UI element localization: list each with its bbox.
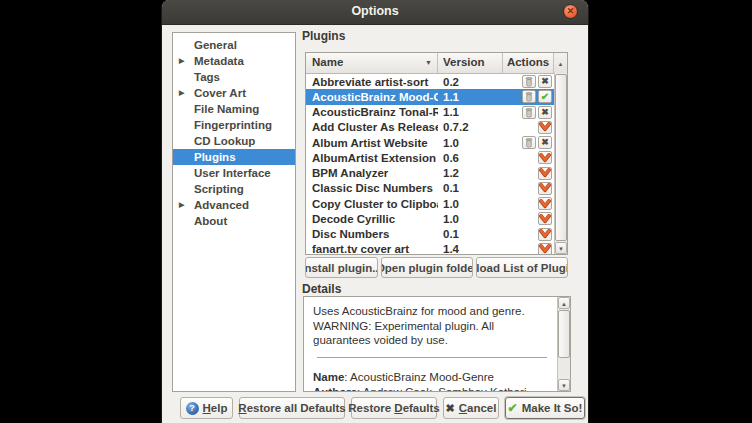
- plugin-actions-cell: [503, 197, 554, 210]
- plugin-row[interactable]: Copy Cluster to Clipboard1.0: [306, 196, 567, 211]
- help-button[interactable]: ? Help: [180, 397, 233, 419]
- titlebar[interactable]: Options ✕: [162, 0, 588, 25]
- plugin-name-cell: AcousticBrainz Tonal-Rhyt...: [306, 106, 438, 118]
- plugin-enabled-button[interactable]: ✔: [538, 90, 552, 103]
- plugin-row[interactable]: AlbumArtist Extension0.6: [306, 150, 567, 165]
- plugin-name-cell: fanart.tv cover art: [306, 243, 438, 255]
- sidebar-item-label: Plugins: [194, 151, 236, 163]
- sidebar-item-scripting[interactable]: Scripting: [173, 181, 295, 197]
- column-header-actions[interactable]: Actions: [503, 53, 554, 73]
- plugin-row[interactable]: BPM Analyzer1.2: [306, 166, 567, 181]
- uninstall-plugin-button[interactable]: [522, 106, 536, 119]
- close-button[interactable]: ✕: [563, 4, 578, 19]
- expander-icon[interactable]: ▶: [179, 197, 184, 213]
- table-scrollbar[interactable]: ▼: [554, 73, 567, 254]
- scroll-up-icon[interactable]: ▲: [558, 297, 570, 309]
- uninstall-plugin-button[interactable]: [522, 136, 536, 149]
- download-plugin-button[interactable]: [538, 243, 552, 255]
- cancel-button[interactable]: ✖ Cancel: [443, 397, 499, 419]
- plugin-disabled-button[interactable]: ✖: [538, 75, 552, 88]
- plugin-name-cell: Add Cluster As Release: [306, 121, 438, 133]
- plugin-name-line: Name: AcousticBrainz Mood-Genre: [313, 370, 551, 385]
- plugin-name-value: : AcousticBrainz Mood-Genre: [344, 371, 494, 383]
- sidebar-item-cover-art[interactable]: ▶Cover Art: [173, 85, 295, 101]
- sidebar-item-label: About: [194, 215, 227, 227]
- plugin-disabled-button[interactable]: ✖: [538, 136, 552, 149]
- sidebar-item-cd-lookup[interactable]: CD Lookup: [173, 133, 295, 149]
- uninstall-plugin-button[interactable]: [522, 90, 536, 103]
- restore-defaults-button[interactable]: Restore Defaults: [351, 397, 437, 419]
- plugin-version-cell: 1.0: [438, 198, 503, 210]
- plugin-row[interactable]: Add Cluster As Release0.7.2: [306, 120, 567, 135]
- plugin-row[interactable]: fanart.tv cover art1.4: [306, 242, 567, 255]
- details-panel[interactable]: Uses AcousticBrainz for mood and genre. …: [303, 296, 571, 392]
- scroll-down-icon[interactable]: ▼: [558, 379, 570, 391]
- plugin-version-cell: 0.2: [438, 76, 503, 88]
- scroll-down-icon[interactable]: ▼: [555, 242, 567, 254]
- download-plugin-button[interactable]: [538, 151, 552, 164]
- plugin-actions-cell: ✖: [503, 136, 554, 149]
- plugin-version-cell: 0.1: [438, 228, 503, 240]
- column-header-version[interactable]: Version: [438, 53, 503, 73]
- download-plugin-button[interactable]: [538, 121, 552, 134]
- plugins-table[interactable]: Name ▼ Version Actions ▲ Abbreviate arti…: [305, 52, 568, 255]
- details-scrollbar[interactable]: ▲ ▼: [557, 297, 570, 391]
- scrollbar-thumb[interactable]: [555, 74, 567, 241]
- download-icon: [539, 244, 551, 254]
- settings-tree[interactable]: General▶MetadataTags▶Cover ArtFile Namin…: [172, 32, 296, 392]
- plugin-row[interactable]: Disc Numbers0.1: [306, 227, 567, 242]
- sidebar-item-file-naming[interactable]: File Naming: [173, 101, 295, 117]
- scrollbar-thumb[interactable]: [558, 310, 570, 358]
- install-plugin-button[interactable]: Install plugin...: [305, 257, 378, 278]
- download-plugin-button[interactable]: [538, 228, 552, 241]
- details-label: Details: [302, 282, 341, 296]
- download-plugin-button[interactable]: [538, 197, 552, 210]
- download-plugin-button[interactable]: [538, 167, 552, 180]
- sidebar-item-general[interactable]: General: [173, 37, 295, 53]
- plugin-disabled-button[interactable]: ✖: [538, 106, 552, 119]
- sidebar-item-label: CD Lookup: [194, 135, 255, 147]
- reload-plugin-list-button[interactable]: Reload List of Plugins: [476, 257, 568, 278]
- download-plugin-button[interactable]: [538, 212, 552, 225]
- scroll-up-icon[interactable]: ▲: [558, 61, 564, 67]
- plugin-row[interactable]: Decode Cyrillic1.0: [306, 211, 567, 226]
- make-it-so-button[interactable]: ✔ Make It So!: [505, 397, 585, 419]
- plugin-row[interactable]: Album Artist Website1.0✖: [306, 135, 567, 150]
- sidebar-item-label: Scripting: [194, 183, 244, 195]
- expander-icon[interactable]: ▶: [179, 53, 184, 69]
- plugin-actions-cell: [503, 151, 554, 164]
- plugin-version-cell: 1.1: [438, 91, 503, 103]
- sidebar-item-about[interactable]: About: [173, 213, 295, 229]
- scrollbar-corner: ▲: [554, 53, 567, 73]
- sidebar-item-label: File Naming: [194, 103, 259, 115]
- column-header-name[interactable]: Name ▼: [306, 53, 438, 73]
- sidebar-item-tags[interactable]: Tags: [173, 69, 295, 85]
- uninstall-plugin-button[interactable]: [522, 75, 536, 88]
- plugin-actions-cell: [503, 182, 554, 195]
- sidebar-item-user-interface[interactable]: User Interface: [173, 165, 295, 181]
- plugin-actions-cell: ✖: [503, 106, 554, 119]
- sidebar-item-fingerprinting[interactable]: Fingerprinting: [173, 117, 295, 133]
- plugin-name-cell: AlbumArtist Extension: [306, 152, 438, 164]
- sidebar-item-plugins[interactable]: Plugins: [173, 149, 295, 165]
- plugin-version-cell: 1.0: [438, 137, 503, 149]
- plugin-row[interactable]: AcousticBrainz Mood-Ge...1.1✔: [306, 89, 567, 104]
- check-icon: ✔: [541, 91, 549, 102]
- help-label: Help: [203, 402, 228, 414]
- sidebar-item-metadata[interactable]: ▶Metadata: [173, 53, 295, 69]
- plugin-row[interactable]: AcousticBrainz Tonal-Rhyt...1.1✖: [306, 105, 567, 120]
- sidebar-item-label: General: [194, 39, 237, 51]
- open-plugin-folder-button[interactable]: Open plugin folder: [381, 257, 473, 278]
- restore-all-defaults-button[interactable]: Restore all Defaults: [239, 397, 345, 419]
- plugin-name-cell: AcousticBrainz Mood-Ge...: [306, 91, 438, 103]
- column-header-actions-label: Actions: [507, 56, 549, 68]
- plugin-row[interactable]: Abbreviate artist-sort0.2✖: [306, 74, 567, 89]
- plugins-group-label: Plugins: [302, 29, 345, 43]
- plugin-row[interactable]: Classic Disc Numbers0.1: [306, 181, 567, 196]
- sidebar-item-label: Tags: [194, 71, 220, 83]
- download-plugin-button[interactable]: [538, 182, 552, 195]
- trash-icon: [524, 107, 534, 118]
- sidebar-item-advanced[interactable]: ▶Advanced: [173, 197, 295, 213]
- expander-icon[interactable]: ▶: [179, 85, 184, 101]
- make-it-so-label: Make It So!: [522, 402, 583, 414]
